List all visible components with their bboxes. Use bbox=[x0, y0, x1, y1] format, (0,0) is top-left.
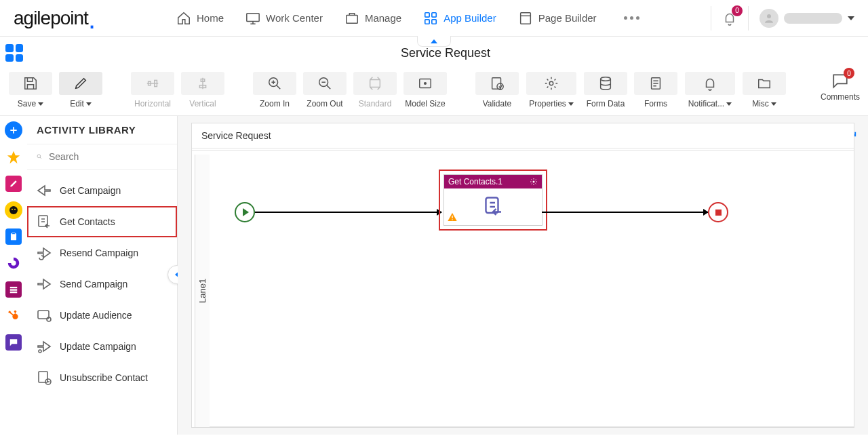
pencil-icon bbox=[73, 76, 88, 91]
start-node[interactable] bbox=[235, 202, 255, 222]
toolbar: Save Edit Horizontal Vertical Zoom In Zo… bbox=[0, 69, 868, 116]
edit-button[interactable]: Edit bbox=[58, 72, 103, 108]
chevron-up-icon bbox=[431, 39, 437, 43]
activity-icon bbox=[35, 338, 53, 355]
svg-point-22 bbox=[9, 206, 18, 214]
activity-node-title: Get Contacts.1 bbox=[448, 177, 502, 186]
activity-label: Send Campaign bbox=[60, 279, 127, 290]
nav-manage[interactable]: Manage bbox=[344, 11, 401, 26]
horizontal-button[interactable]: Horizontal bbox=[130, 72, 175, 108]
activity-label: Unsubscribe Contact bbox=[60, 372, 148, 383]
chevron-down-icon bbox=[848, 16, 854, 20]
strip-star-icon[interactable] bbox=[5, 148, 22, 166]
flow-area: Get Contacts.1 bbox=[210, 155, 854, 427]
model-size-icon bbox=[418, 76, 433, 91]
briefcase-icon bbox=[344, 11, 359, 26]
sidebar-title: ACTIVITY LIBRARY bbox=[27, 116, 177, 144]
connector-1[interactable] bbox=[255, 212, 441, 213]
svg-point-23 bbox=[12, 209, 13, 210]
vertical-button[interactable]: Vertical bbox=[180, 72, 225, 108]
svg-rect-26 bbox=[12, 233, 16, 234]
user-icon bbox=[763, 12, 775, 24]
activity-label: Resend Campaign bbox=[60, 247, 138, 258]
save-icon bbox=[23, 76, 38, 91]
activity-icon bbox=[35, 213, 53, 231]
activity-update-campaign[interactable]: Update Campaign bbox=[27, 331, 177, 362]
comments-button[interactable]: 0 Comments bbox=[821, 72, 860, 102]
strip-mailchimp-icon[interactable] bbox=[5, 201, 22, 219]
forms-button[interactable]: Forms bbox=[633, 72, 678, 108]
strip-chat-icon[interactable] bbox=[5, 334, 22, 351]
apps-icon bbox=[423, 11, 438, 26]
warning-icon bbox=[447, 212, 458, 222]
forms-icon bbox=[648, 76, 663, 91]
align-horizontal-icon bbox=[145, 76, 160, 91]
activity-list: Get Campaign Get Contacts Resend Campaig… bbox=[27, 170, 177, 399]
strip-hubspot-icon[interactable] bbox=[5, 307, 22, 325]
properties-button[interactable]: Properties bbox=[525, 72, 578, 108]
zoom-out-icon bbox=[317, 76, 332, 91]
activity-node-selected[interactable]: Get Contacts.1 bbox=[439, 170, 547, 231]
canvas-wrap: Service Request Lane1 Get Contacts.1 bbox=[178, 116, 868, 435]
svg-rect-4 bbox=[425, 19, 429, 23]
user-menu[interactable] bbox=[760, 9, 854, 28]
svg-point-37 bbox=[39, 350, 41, 353]
validate-icon bbox=[490, 76, 505, 91]
zoom-out-button[interactable]: Zoom Out bbox=[302, 72, 347, 108]
contacts-icon bbox=[479, 195, 507, 219]
nav-more[interactable] bbox=[618, 16, 645, 20]
activity-resend-campaign[interactable]: Resend Campaign bbox=[27, 237, 177, 268]
workflow-canvas[interactable]: Service Request Lane1 Get Contacts.1 bbox=[191, 123, 854, 428]
misc-button[interactable]: Misc bbox=[742, 72, 787, 108]
bell-icon bbox=[703, 76, 717, 91]
svg-rect-41 bbox=[452, 216, 452, 218]
nav-page-builder[interactable]: Page Builder bbox=[518, 11, 597, 26]
align-vertical-icon bbox=[195, 76, 210, 91]
nav-work-center[interactable]: Work Center bbox=[245, 11, 323, 26]
logo: agilepoint. bbox=[14, 7, 95, 29]
expand-panel-button[interactable] bbox=[417, 36, 451, 47]
strip-folder-icon[interactable] bbox=[5, 281, 22, 298]
gear-icon[interactable] bbox=[530, 178, 538, 186]
svg-point-19 bbox=[549, 81, 553, 85]
svg-rect-28 bbox=[10, 289, 18, 290]
svg-rect-43 bbox=[486, 198, 498, 214]
zoom-in-button[interactable]: Zoom In bbox=[252, 72, 297, 108]
notifications-tool-button[interactable]: Notificat... bbox=[684, 72, 736, 108]
connector-2[interactable] bbox=[542, 212, 708, 213]
stop-icon bbox=[715, 210, 722, 216]
strip-clipboard-icon[interactable] bbox=[5, 228, 22, 245]
nav-app-builder[interactable]: App Builder bbox=[423, 11, 496, 26]
form-data-button[interactable]: Form Data bbox=[583, 72, 628, 108]
search-input[interactable] bbox=[49, 151, 167, 162]
activity-unsubscribe-contact[interactable]: Unsubscribe Contact bbox=[27, 362, 177, 393]
svg-rect-14 bbox=[370, 80, 380, 87]
activity-node-body bbox=[444, 188, 542, 225]
model-size-button[interactable]: Model Size bbox=[403, 72, 448, 108]
activity-update-audience[interactable]: Update Audience bbox=[27, 300, 177, 331]
save-button[interactable]: Save bbox=[8, 72, 53, 108]
strip-cloud-icon[interactable] bbox=[5, 254, 22, 272]
activity-icon bbox=[35, 275, 53, 293]
gear-icon bbox=[544, 76, 559, 91]
standard-button[interactable]: Standard bbox=[353, 72, 397, 108]
svg-rect-2 bbox=[425, 12, 429, 16]
nav-home[interactable]: Home bbox=[176, 11, 224, 26]
strip-edit-icon[interactable] bbox=[5, 176, 22, 192]
activity-get-contacts[interactable]: Get Contacts bbox=[27, 206, 177, 237]
activity-label: Get Campaign bbox=[60, 185, 121, 196]
activity-get-campaign[interactable]: Get Campaign bbox=[27, 175, 177, 206]
lane-label[interactable]: Lane1 bbox=[195, 155, 210, 427]
search-row bbox=[27, 144, 177, 170]
activity-library-sidebar: ACTIVITY LIBRARY Get Campaign Get Contac… bbox=[27, 116, 178, 435]
validate-button[interactable]: Validate bbox=[475, 72, 519, 108]
activity-label: Get Contacts bbox=[60, 216, 115, 227]
svg-point-7 bbox=[767, 14, 771, 18]
notifications-button[interactable]: 0 bbox=[722, 11, 737, 26]
end-node[interactable] bbox=[708, 202, 728, 222]
activity-label: Update Audience bbox=[60, 310, 132, 321]
strip-add-icon[interactable] bbox=[5, 121, 22, 139]
activity-send-campaign[interactable]: Send Campaign bbox=[27, 268, 177, 300]
app-switcher-button[interactable] bbox=[5, 44, 23, 62]
category-strip bbox=[0, 116, 27, 435]
